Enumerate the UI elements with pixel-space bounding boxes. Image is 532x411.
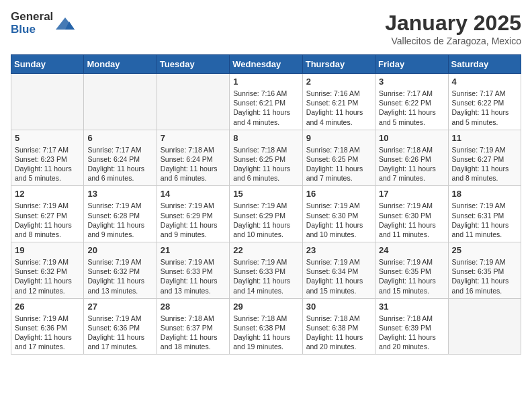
- cell-day-number: 16: [306, 189, 371, 199]
- cell-day-number: 2: [306, 77, 371, 87]
- cell-day-number: 3: [379, 77, 444, 87]
- cell-info: Sunrise: 7:18 AMSunset: 6:25 PMDaylight:…: [306, 145, 371, 183]
- calendar-cell: 29 Sunrise: 7:18 AMSunset: 6:38 PMDaylig…: [230, 298, 302, 355]
- logo-sail-icon: [56, 16, 75, 31]
- cell-info: Sunrise: 7:19 AMSunset: 6:36 PMDaylight:…: [87, 314, 152, 352]
- cell-day-number: 20: [87, 245, 152, 255]
- cell-day-number: 27: [87, 302, 152, 312]
- cell-day-number: 24: [379, 245, 444, 255]
- cell-info: Sunrise: 7:19 AMSunset: 6:34 PMDaylight:…: [306, 257, 371, 295]
- calendar-subtitle: Vallecitos de Zaragoza, Mexico: [385, 36, 521, 46]
- calendar-cell: 17 Sunrise: 7:19 AMSunset: 6:30 PMDaylig…: [375, 186, 448, 242]
- cell-info: Sunrise: 7:18 AMSunset: 6:24 PMDaylight:…: [161, 145, 226, 183]
- cell-info: Sunrise: 7:19 AMSunset: 6:36 PMDaylight:…: [15, 314, 80, 352]
- cell-day-number: 22: [233, 245, 298, 255]
- cell-info: Sunrise: 7:19 AMSunset: 6:28 PMDaylight:…: [87, 201, 152, 239]
- calendar-cell: 11 Sunrise: 7:19 AMSunset: 6:27 PMDaylig…: [448, 130, 521, 186]
- cell-day-number: 29: [233, 302, 298, 312]
- calendar-cell: [11, 74, 84, 130]
- cell-info: Sunrise: 7:19 AMSunset: 6:30 PMDaylight:…: [379, 201, 444, 239]
- calendar-cell: 9 Sunrise: 7:18 AMSunset: 6:25 PMDayligh…: [302, 130, 375, 186]
- cell-info: Sunrise: 7:19 AMSunset: 6:27 PMDaylight:…: [15, 201, 80, 239]
- calendar-cell: 27 Sunrise: 7:19 AMSunset: 6:36 PMDaylig…: [84, 298, 157, 355]
- calendar-cell: 3 Sunrise: 7:17 AMSunset: 6:22 PMDayligh…: [375, 74, 448, 130]
- cell-day-number: 12: [15, 189, 80, 199]
- cell-info: Sunrise: 7:19 AMSunset: 6:33 PMDaylight:…: [161, 257, 226, 295]
- cell-info: Sunrise: 7:19 AMSunset: 6:31 PMDaylight:…: [452, 201, 517, 239]
- cell-day-number: 26: [15, 302, 80, 312]
- column-header-friday: Friday: [375, 55, 448, 74]
- cell-day-number: 15: [233, 189, 298, 199]
- cell-info: Sunrise: 7:17 AMSunset: 6:22 PMDaylight:…: [379, 89, 444, 127]
- cell-day-number: 6: [87, 133, 152, 143]
- logo-text: General Blue: [11, 11, 53, 36]
- cell-info: Sunrise: 7:18 AMSunset: 6:39 PMDaylight:…: [379, 314, 444, 352]
- cell-day-number: 25: [452, 245, 517, 255]
- cell-day-number: 14: [161, 189, 226, 199]
- cell-info: Sunrise: 7:19 AMSunset: 6:30 PMDaylight:…: [306, 201, 371, 239]
- cell-info: Sunrise: 7:18 AMSunset: 6:38 PMDaylight:…: [306, 314, 371, 352]
- calendar-cell: 13 Sunrise: 7:19 AMSunset: 6:28 PMDaylig…: [84, 186, 157, 242]
- column-header-saturday: Saturday: [448, 55, 521, 74]
- cell-day-number: 5: [15, 133, 80, 143]
- cell-day-number: 28: [161, 302, 226, 312]
- calendar-cell: [157, 74, 229, 130]
- cell-day-number: 31: [379, 302, 444, 312]
- cell-info: Sunrise: 7:18 AMSunset: 6:26 PMDaylight:…: [379, 145, 444, 183]
- calendar-cell: 24 Sunrise: 7:19 AMSunset: 6:35 PMDaylig…: [375, 242, 448, 299]
- cell-day-number: 13: [87, 189, 152, 199]
- cell-day-number: 9: [306, 133, 371, 143]
- cell-info: Sunrise: 7:17 AMSunset: 6:23 PMDaylight:…: [15, 145, 80, 183]
- cell-day-number: 19: [15, 245, 80, 255]
- cell-day-number: 11: [452, 133, 517, 143]
- cell-day-number: 17: [379, 189, 444, 199]
- calendar-header-row: SundayMondayTuesdayWednesdayThursdayFrid…: [11, 55, 521, 74]
- cell-day-number: 7: [161, 133, 226, 143]
- calendar-cell: 23 Sunrise: 7:19 AMSunset: 6:34 PMDaylig…: [302, 242, 375, 299]
- calendar-cell: 19 Sunrise: 7:19 AMSunset: 6:32 PMDaylig…: [11, 242, 84, 299]
- calendar-cell: 8 Sunrise: 7:18 AMSunset: 6:25 PMDayligh…: [230, 130, 302, 186]
- cell-day-number: 30: [306, 302, 371, 312]
- calendar-week-row: 5 Sunrise: 7:17 AMSunset: 6:23 PMDayligh…: [11, 130, 521, 186]
- calendar-cell: [448, 298, 521, 355]
- calendar-cell: 14 Sunrise: 7:19 AMSunset: 6:29 PMDaylig…: [157, 186, 229, 242]
- cell-info: Sunrise: 7:18 AMSunset: 6:37 PMDaylight:…: [161, 314, 226, 352]
- calendar-cell: 21 Sunrise: 7:19 AMSunset: 6:33 PMDaylig…: [157, 242, 229, 299]
- cell-info: Sunrise: 7:16 AMSunset: 6:21 PMDaylight:…: [306, 89, 371, 127]
- logo: General Blue: [11, 11, 75, 36]
- cell-info: Sunrise: 7:18 AMSunset: 6:25 PMDaylight:…: [233, 145, 298, 183]
- calendar-cell: 30 Sunrise: 7:18 AMSunset: 6:38 PMDaylig…: [302, 298, 375, 355]
- calendar-cell: 12 Sunrise: 7:19 AMSunset: 6:27 PMDaylig…: [11, 186, 84, 242]
- column-header-monday: Monday: [84, 55, 157, 74]
- calendar-cell: 2 Sunrise: 7:16 AMSunset: 6:21 PMDayligh…: [302, 74, 375, 130]
- cell-day-number: 8: [233, 133, 298, 143]
- calendar-week-row: 19 Sunrise: 7:19 AMSunset: 6:32 PMDaylig…: [11, 242, 521, 299]
- calendar-cell: 28 Sunrise: 7:18 AMSunset: 6:37 PMDaylig…: [157, 298, 229, 355]
- calendar-cell: 1 Sunrise: 7:16 AMSunset: 6:21 PMDayligh…: [230, 74, 302, 130]
- calendar-cell: 25 Sunrise: 7:19 AMSunset: 6:35 PMDaylig…: [448, 242, 521, 299]
- cell-info: Sunrise: 7:17 AMSunset: 6:22 PMDaylight:…: [452, 89, 517, 127]
- column-header-thursday: Thursday: [302, 55, 375, 74]
- calendar-cell: 22 Sunrise: 7:19 AMSunset: 6:33 PMDaylig…: [230, 242, 302, 299]
- column-header-sunday: Sunday: [11, 55, 84, 74]
- calendar-cell: 5 Sunrise: 7:17 AMSunset: 6:23 PMDayligh…: [11, 130, 84, 186]
- cell-day-number: 10: [379, 133, 444, 143]
- cell-info: Sunrise: 7:19 AMSunset: 6:29 PMDaylight:…: [161, 201, 226, 239]
- cell-info: Sunrise: 7:17 AMSunset: 6:24 PMDaylight:…: [87, 145, 152, 183]
- cell-info: Sunrise: 7:19 AMSunset: 6:27 PMDaylight:…: [452, 145, 517, 183]
- cell-info: Sunrise: 7:19 AMSunset: 6:35 PMDaylight:…: [452, 257, 517, 295]
- calendar-cell: 31 Sunrise: 7:18 AMSunset: 6:39 PMDaylig…: [375, 298, 448, 355]
- cell-day-number: 21: [161, 245, 226, 255]
- calendar-cell: 7 Sunrise: 7:18 AMSunset: 6:24 PMDayligh…: [157, 130, 229, 186]
- cell-day-number: 1: [233, 77, 298, 87]
- calendar-cell: 10 Sunrise: 7:18 AMSunset: 6:26 PMDaylig…: [375, 130, 448, 186]
- cell-day-number: 23: [306, 245, 371, 255]
- cell-day-number: 4: [452, 77, 517, 87]
- title-block: January 2025 Vallecitos de Zaragoza, Mex…: [385, 11, 521, 46]
- calendar-cell: 18 Sunrise: 7:19 AMSunset: 6:31 PMDaylig…: [448, 186, 521, 242]
- calendar-table: SundayMondayTuesdayWednesdayThursdayFrid…: [11, 54, 521, 355]
- calendar-cell: 15 Sunrise: 7:19 AMSunset: 6:29 PMDaylig…: [230, 186, 302, 242]
- cell-info: Sunrise: 7:19 AMSunset: 6:33 PMDaylight:…: [233, 257, 298, 295]
- cell-info: Sunrise: 7:19 AMSunset: 6:35 PMDaylight:…: [379, 257, 444, 295]
- calendar-cell: [84, 74, 157, 130]
